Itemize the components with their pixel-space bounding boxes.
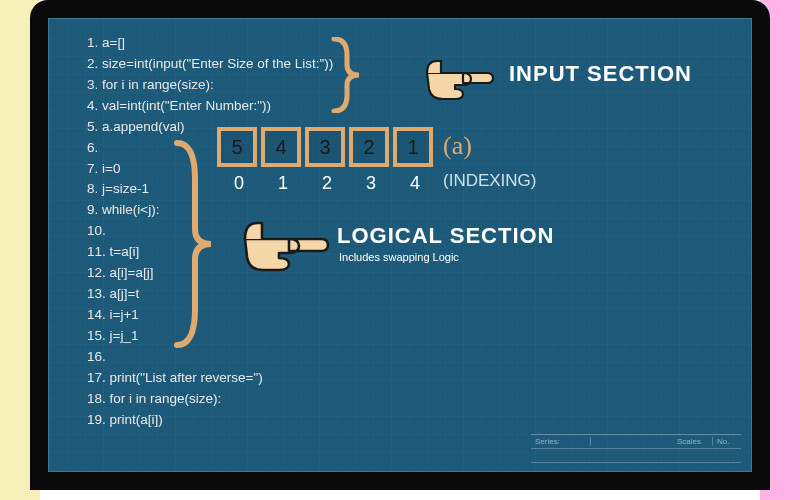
code-line: 17. print("List after reverse=") — [87, 368, 333, 389]
code-line: 16. — [87, 347, 333, 368]
brace-icon — [171, 139, 221, 349]
code-line: 4. val=int(int("Enter Number:")) — [87, 96, 333, 117]
blueprint-title-block: Series: Scales No. — [531, 434, 741, 463]
array-cell: 2 — [349, 127, 389, 167]
code-line: 19. print(a[i]) — [87, 410, 333, 431]
array-cell: 4 — [261, 127, 301, 167]
array-cell: 3 — [305, 127, 345, 167]
index-label: 0 — [217, 173, 261, 194]
array-cell: 1 — [393, 127, 433, 167]
code-line: 18. for i in range(size): — [87, 389, 333, 410]
array-name-label: (a) — [443, 131, 472, 161]
title-block-no: No. — [713, 437, 741, 446]
array-diagram: 5 4 3 2 1 — [217, 127, 433, 167]
code-line: 1. a=[] — [87, 33, 333, 54]
input-section-label: INPUT SECTION — [509, 61, 692, 87]
logical-section-label: LOGICAL SECTION — [337, 223, 555, 249]
index-label: 2 — [305, 173, 349, 194]
brace-icon — [329, 37, 369, 113]
index-row: 0 1 2 3 4 — [217, 173, 437, 194]
array-cell: 5 — [217, 127, 257, 167]
pointing-hand-icon — [237, 209, 331, 279]
indexing-label: (INDEXING) — [443, 171, 537, 191]
monitor-bezel: 1. a=[] 2. size=int(input("Enter Size of… — [30, 0, 770, 490]
logical-section-sublabel: Includes swapping Logic — [339, 251, 459, 263]
screen: 1. a=[] 2. size=int(input("Enter Size of… — [48, 18, 752, 472]
pointing-hand-icon — [421, 49, 497, 105]
title-block-scales: Scales — [673, 437, 713, 446]
title-block-series: Series: — [531, 437, 591, 446]
code-line: 2. size=int(input("Enter Size of the Lis… — [87, 54, 333, 75]
index-label: 4 — [393, 173, 437, 194]
index-label: 1 — [261, 173, 305, 194]
code-line: 3. for i in range(size): — [87, 75, 333, 96]
index-label: 3 — [349, 173, 393, 194]
